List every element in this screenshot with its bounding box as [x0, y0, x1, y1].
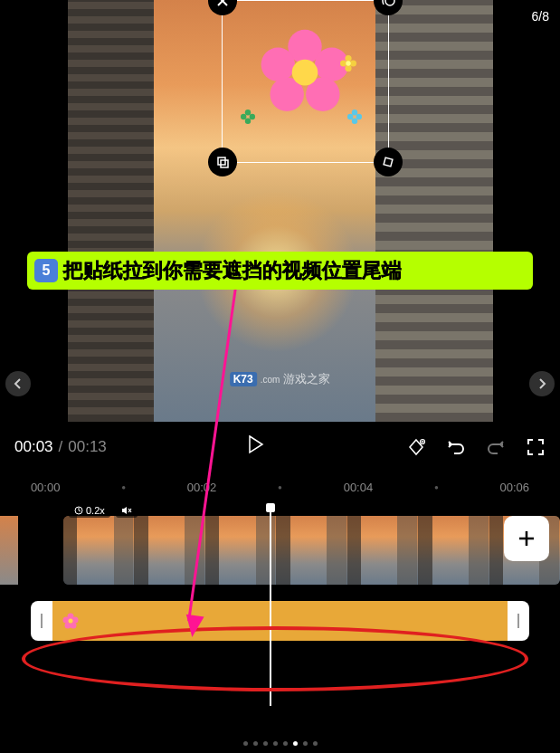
- svg-rect-21: [221, 160, 228, 167]
- sticker-trim-left-handle[interactable]: [31, 601, 52, 641]
- svg-point-30: [69, 619, 73, 624]
- video-track[interactable]: [0, 516, 560, 585]
- page-dot-active[interactable]: [293, 741, 298, 746]
- video-preview[interactable]: [68, 0, 493, 422]
- page-dot[interactable]: [253, 741, 258, 746]
- ruler-tick: 00:00: [31, 481, 61, 494]
- timer-icon: [74, 506, 83, 515]
- gallery-prev-button[interactable]: [5, 371, 31, 396]
- svg-point-15: [351, 110, 356, 115]
- add-icon: [517, 529, 536, 548]
- page-dot[interactable]: [303, 741, 308, 746]
- page-dot[interactable]: [283, 741, 288, 746]
- svg-point-8: [345, 65, 351, 71]
- sticker-trim-right-handle[interactable]: [508, 601, 529, 641]
- svg-point-12: [249, 114, 254, 119]
- motion-icon: [381, 0, 395, 8]
- add-clip-button[interactable]: [504, 516, 549, 561]
- timeline-ruler: 00:00 ● 00:02 ● 00:04 ● 00:06: [0, 472, 560, 500]
- svg-point-17: [351, 119, 356, 124]
- svg-point-27: [71, 623, 77, 629]
- svg-point-18: [347, 114, 353, 119]
- redo-button[interactable]: [486, 437, 506, 457]
- ruler-dot: ●: [434, 483, 439, 491]
- svg-point-14: [241, 114, 246, 119]
- gallery-next-button[interactable]: [529, 371, 555, 396]
- sticker-rotate-button[interactable]: [374, 148, 403, 176]
- redo-icon: [486, 437, 506, 457]
- fullscreen-icon: [527, 438, 545, 456]
- svg-point-9: [340, 60, 346, 66]
- step-number-badge: 5: [34, 259, 58, 282]
- svg-rect-22: [384, 157, 393, 167]
- flower-thumb-icon: [62, 612, 80, 630]
- close-icon: [216, 0, 229, 7]
- ruler-tick: 00:06: [500, 481, 530, 494]
- scene-building-left: [68, 0, 154, 422]
- svg-point-11: [244, 110, 250, 115]
- copy-icon: [216, 156, 229, 168]
- sticker-track[interactable]: [31, 601, 529, 641]
- small-flower-blue: [347, 110, 362, 124]
- play-icon: [247, 434, 265, 454]
- keyframe-button[interactable]: [406, 437, 426, 457]
- clip-frame: [418, 516, 489, 585]
- instruction-banner: 5 把贴纸拉到你需要遮挡的视频位置尾端: [27, 252, 533, 290]
- scene-building-right: [375, 0, 493, 422]
- svg-point-28: [65, 623, 71, 629]
- svg-point-6: [345, 55, 351, 62]
- page-dot[interactable]: [313, 741, 318, 746]
- svg-point-7: [349, 60, 356, 66]
- undo-icon: [446, 437, 466, 457]
- fullscreen-button[interactable]: [526, 437, 546, 457]
- page-dot[interactable]: [243, 741, 248, 746]
- svg-point-13: [244, 119, 250, 124]
- page-dot[interactable]: [273, 741, 278, 746]
- time-total: 00:13: [68, 438, 107, 456]
- page-counter: 6/8: [532, 9, 549, 24]
- clip-frame: [276, 516, 346, 585]
- svg-rect-20: [218, 157, 225, 165]
- small-flower-green: [241, 110, 255, 124]
- svg-point-10: [346, 61, 350, 65]
- ruler-tick: 00:02: [187, 481, 217, 494]
- chevron-right-icon: [537, 378, 546, 389]
- svg-point-26: [72, 617, 79, 624]
- ruler-tick: 00:04: [344, 481, 374, 494]
- watermark-badge: K73: [230, 372, 257, 386]
- sticker-selection-box[interactable]: [222, 0, 389, 163]
- time-separator: /: [59, 438, 63, 456]
- video-clip[interactable]: [63, 516, 560, 585]
- undo-button[interactable]: [446, 437, 466, 457]
- preview-area: 5 把贴纸拉到你需要遮挡的视频位置尾端 K73 .com 游戏之家: [0, 0, 560, 422]
- svg-point-19: [385, 0, 394, 5]
- flower-sticker[interactable]: [255, 24, 355, 128]
- handle-grip-icon: [41, 614, 43, 628]
- timeline-area[interactable]: 0.2x: [0, 500, 560, 641]
- watermark-suffix: 游戏之家: [283, 371, 330, 387]
- sticker-clip-body[interactable]: [52, 601, 508, 641]
- clip-badges: 0.2x: [69, 503, 138, 518]
- chevron-left-icon: [14, 378, 23, 389]
- control-icons: [406, 437, 546, 457]
- clip-frame: [347, 516, 418, 585]
- svg-point-16: [356, 114, 361, 119]
- watermark: K73 .com 游戏之家: [230, 371, 331, 387]
- svg-point-29: [63, 617, 70, 624]
- speed-value: 0.2x: [86, 505, 105, 516]
- play-button[interactable]: [247, 434, 265, 459]
- playhead[interactable]: [270, 507, 271, 706]
- clip-frame: [205, 516, 276, 585]
- sticker-copy-button[interactable]: [208, 148, 237, 176]
- page-dot[interactable]: [263, 741, 268, 746]
- ruler-dot: ●: [278, 483, 282, 491]
- clip-thumbnail-prev[interactable]: [0, 516, 18, 585]
- mute-icon: [121, 506, 132, 515]
- time-current: 00:03: [14, 438, 53, 456]
- clip-frame: [63, 516, 134, 585]
- sticker-clip[interactable]: [31, 601, 529, 641]
- sticker-delete-button[interactable]: [208, 0, 237, 15]
- ruler-dot: ●: [121, 483, 126, 491]
- controls-bar: 00:03 / 00:13: [0, 422, 560, 472]
- page-dots: [243, 741, 318, 746]
